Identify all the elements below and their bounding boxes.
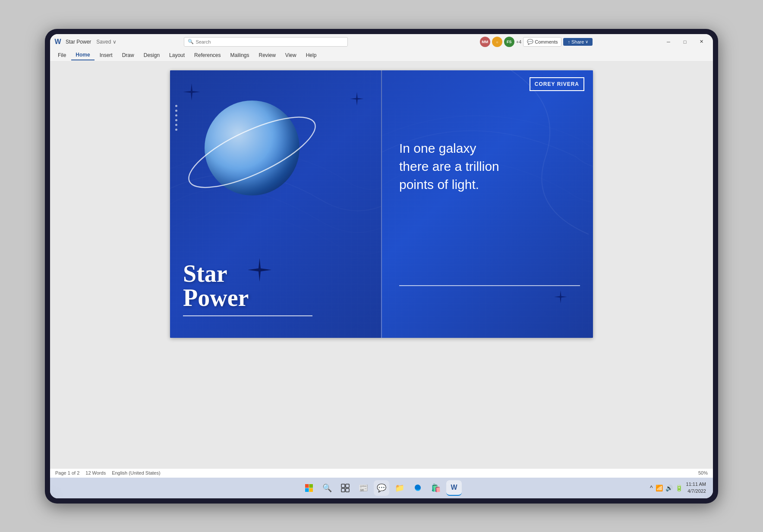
chat-icon[interactable]: 💬 xyxy=(374,480,389,496)
tab-design[interactable]: Design xyxy=(139,50,164,60)
ribbon-tabs: File Home Insert Draw Design Layout Refe… xyxy=(50,50,713,62)
tab-file[interactable]: File xyxy=(54,50,70,60)
share-button[interactable]: ↑ Share ∨ xyxy=(563,38,593,46)
window-controls: ─ □ ✕ xyxy=(660,36,709,48)
comments-button[interactable]: 💬 Comments xyxy=(523,37,561,47)
planet xyxy=(196,92,308,204)
quote-text: In one galaxythere are a trillionpoints … xyxy=(399,139,580,194)
tab-review[interactable]: Review xyxy=(255,50,280,60)
tab-draw[interactable]: Draw xyxy=(118,50,139,60)
orbit-ring xyxy=(179,79,325,226)
minimize-button[interactable]: ─ xyxy=(660,36,677,48)
tab-layout[interactable]: Layout xyxy=(165,50,189,60)
avatar-mm[interactable]: MM xyxy=(480,37,490,47)
tab-insert[interactable]: Insert xyxy=(95,50,117,60)
page-count: Page 1 of 2 xyxy=(55,470,79,475)
widgets-icon[interactable]: 📰 xyxy=(356,480,371,496)
battery-icon[interactable]: 🔋 xyxy=(675,485,683,491)
word-taskbar-icon[interactable]: W xyxy=(446,480,462,496)
system-tray-icons: ^ 📶 🔊 🔋 xyxy=(650,485,683,491)
star-power-title: Star Power xyxy=(183,261,249,310)
word-logo: W xyxy=(54,38,62,46)
task-view-icon[interactable] xyxy=(337,480,353,496)
taskbar-right: ^ 📶 🔊 🔋 11:11 AM 4/7/2022 xyxy=(650,481,706,494)
maximize-button[interactable]: □ xyxy=(677,36,693,48)
title-bar: W Star Power Saved ∨ 🔍 MM ☺ FS +4 💬 Comm… xyxy=(50,34,713,50)
tab-home[interactable]: Home xyxy=(71,50,94,60)
tab-help[interactable]: Help xyxy=(302,50,321,60)
svg-rect-6 xyxy=(309,484,313,488)
close-button[interactable]: ✕ xyxy=(693,36,709,48)
doc-title: Star Power xyxy=(66,39,91,45)
language: English (United States) xyxy=(112,470,161,475)
svg-rect-11 xyxy=(341,488,345,492)
store-icon[interactable]: 🛍️ xyxy=(428,480,444,496)
avatar-orange[interactable]: ☺ xyxy=(492,37,502,47)
corey-rivera-box: COREY RIVERA xyxy=(530,77,584,91)
svg-rect-7 xyxy=(305,488,309,492)
svg-rect-8 xyxy=(309,488,313,492)
decorative-dots xyxy=(175,105,177,131)
tab-references[interactable]: References xyxy=(190,50,225,60)
tab-view[interactable]: View xyxy=(281,50,301,60)
time-display: 11:11 AM xyxy=(686,481,706,488)
windows-icon[interactable] xyxy=(301,480,317,496)
avatar-fs[interactable]: FS xyxy=(504,37,514,47)
file-explorer-icon[interactable]: 📁 xyxy=(392,480,407,496)
page-left: Star Power xyxy=(170,70,382,338)
status-bar: Page 1 of 2 12 Words English (United Sta… xyxy=(50,468,713,478)
document-page: Star Power xyxy=(170,70,593,338)
date-display: 4/7/2022 xyxy=(686,488,706,494)
zoom-level[interactable]: 50% xyxy=(698,470,708,475)
screen: W Star Power Saved ∨ 🔍 MM ☺ FS +4 💬 Comm… xyxy=(50,34,713,498)
saved-status[interactable]: Saved ∨ xyxy=(96,39,116,45)
wifi-icon[interactable]: 📶 xyxy=(656,485,663,491)
clock[interactable]: 11:11 AM 4/7/2022 xyxy=(686,481,706,494)
search-input[interactable] xyxy=(195,39,344,44)
svg-rect-5 xyxy=(305,484,309,488)
star-bottom-right xyxy=(554,290,567,303)
tab-mailings[interactable]: Mailings xyxy=(226,50,253,60)
tablet-frame: W Star Power Saved ∨ 🔍 MM ☺ FS +4 💬 Comm… xyxy=(45,29,718,504)
search-taskbar-icon[interactable]: 🔍 xyxy=(319,480,335,496)
taskbar: 🔍 📰 💬 📁 🛍️ W xyxy=(50,478,713,498)
svg-rect-12 xyxy=(346,488,349,492)
underline-right xyxy=(399,285,580,286)
edge-icon[interactable] xyxy=(410,480,426,496)
search-bar[interactable]: 🔍 xyxy=(184,37,348,47)
star-bottom-center xyxy=(248,258,271,282)
word-count: 12 Words xyxy=(85,470,106,475)
collaborator-count: +4 xyxy=(516,39,522,44)
svg-point-3 xyxy=(180,104,324,201)
expand-tray-icon[interactable]: ^ xyxy=(650,485,653,491)
underline-left xyxy=(183,315,312,316)
svg-rect-9 xyxy=(341,484,345,488)
document-area: Star Power xyxy=(50,62,713,468)
svg-text:☺: ☺ xyxy=(495,41,498,44)
star-mid-right xyxy=(350,92,364,106)
svg-rect-10 xyxy=(346,484,349,488)
page-right: COREY RIVERA In one galaxythere are a tr… xyxy=(382,70,593,338)
volume-icon[interactable]: 🔊 xyxy=(665,485,673,491)
